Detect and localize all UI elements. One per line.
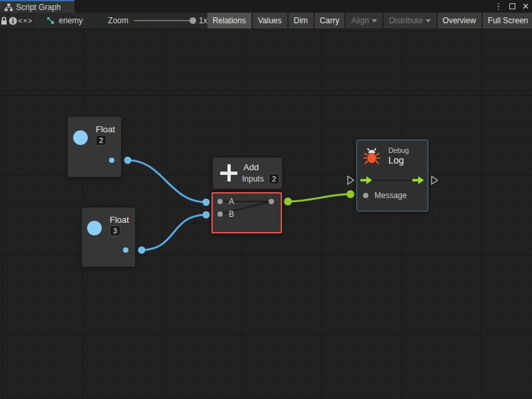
relation-line-b: [220, 201, 271, 215]
toggle-relations-label: Relations: [213, 16, 246, 25]
wire-endpoint[interactable]: [138, 247, 146, 254]
flow-input-arrow-icon[interactable]: [360, 176, 372, 185]
graph-hierarchy-icon: [5, 3, 13, 11]
wire-float2-to-addA[interactable]: [128, 160, 206, 202]
close-icon[interactable]: ✕: [522, 0, 529, 13]
toggle-relations[interactable]: Relations: [207, 13, 251, 29]
port-a-label: A: [229, 197, 234, 206]
bug-icon: [362, 148, 381, 164]
toolbar-toggles: Relations Values Dim Carry Align Distrib…: [207, 13, 532, 29]
float-type-icon: [87, 221, 102, 235]
float-output-port[interactable]: [123, 247, 128, 253]
full-screen-button[interactable]: Full Screen: [483, 13, 532, 29]
flow-output-arrow-icon[interactable]: [412, 176, 424, 185]
wire-endpoint[interactable]: [124, 157, 132, 164]
add-icon: [220, 164, 237, 182]
info-icon: [9, 17, 17, 25]
code-icon: <×>: [18, 17, 33, 25]
code-preview-button[interactable]: <×>: [18, 13, 33, 29]
align-label: Align: [351, 16, 369, 25]
zoom-value: 1x: [199, 16, 207, 25]
window-controls: ⋮ ✕: [494, 0, 529, 13]
chevron-down-icon: [426, 19, 431, 23]
graph-name: enemy: [59, 16, 82, 25]
wire-endpoint[interactable]: [346, 190, 354, 198]
maximize-icon[interactable]: [509, 3, 515, 9]
tab-script-graph[interactable]: Script Graph: [0, 0, 74, 13]
overview-button[interactable]: Overview: [438, 13, 481, 29]
graph-toolbar: <×> enemy Zoom 1x Relations Values Dim C…: [0, 13, 532, 29]
lock-button[interactable]: [0, 13, 9, 29]
float-value-field[interactable]: 2: [96, 135, 106, 146]
full-screen-label: Full Screen: [488, 16, 529, 25]
node-title: Log: [388, 155, 404, 166]
zoom-label: Zoom: [108, 16, 128, 25]
chevron-down-icon: [372, 19, 377, 23]
toggle-dim[interactable]: Dim: [289, 13, 313, 29]
wire-float3-to-addB[interactable]: [142, 215, 206, 250]
tab-title: Script Graph: [16, 3, 61, 12]
toggle-dim-label: Dim: [294, 16, 308, 25]
inputs-count-field[interactable]: 2: [269, 174, 279, 184]
wire-endpoint[interactable]: [203, 211, 210, 219]
toggle-values-label: Values: [258, 16, 282, 25]
float-value-field[interactable]: 3: [110, 225, 120, 236]
node-add-header[interactable]: Add Inputs 2: [213, 158, 282, 189]
node-title: Float: [96, 124, 115, 134]
node-debug-log[interactable]: Debug Log Message: [356, 140, 428, 211]
toggle-carry-label: Carry: [320, 16, 339, 25]
message-input-port[interactable]: [363, 193, 368, 198]
node-title: Float: [110, 215, 129, 225]
zoom-control: Zoom 1x: [108, 13, 207, 29]
graph-canvas[interactable]: Float 2 Float 3 Add Inputs 2 A B Debug: [0, 29, 532, 399]
graph-breadcrumb[interactable]: enemy: [47, 13, 82, 29]
zoom-slider[interactable]: [134, 20, 194, 21]
port-b-label: B: [229, 209, 234, 219]
node-float-top[interactable]: Float 2: [68, 117, 121, 177]
add-input-a-port[interactable]: [217, 199, 223, 204]
float-output-port[interactable]: [109, 158, 114, 163]
message-port-label: Message: [374, 191, 407, 200]
add-output-port[interactable]: [269, 199, 274, 204]
distribute-label: Distribute: [389, 16, 423, 25]
overview-label: Overview: [443, 16, 476, 25]
title-bar: Script Graph ⋮ ✕: [0, 0, 532, 13]
inspect-button[interactable]: [9, 13, 18, 29]
flow-relation-line: [370, 180, 414, 181]
add-input-b-port[interactable]: [217, 211, 223, 217]
align-dropdown[interactable]: Align: [346, 13, 382, 29]
lock-icon: [0, 17, 8, 25]
distribute-dropdown[interactable]: Distribute: [384, 13, 436, 29]
float-type-icon: [73, 130, 88, 145]
flow-input-triangle[interactable]: [348, 176, 354, 184]
flow-output-triangle[interactable]: [432, 176, 438, 184]
script-graph-asset-icon: [47, 17, 55, 25]
node-category: Debug: [388, 146, 409, 154]
wire-endpoint[interactable]: [203, 199, 210, 206]
toggle-carry[interactable]: Carry: [315, 13, 344, 29]
kebab-menu-icon[interactable]: ⋮: [494, 0, 503, 13]
node-title: Add: [243, 162, 259, 172]
toggle-values[interactable]: Values: [253, 13, 287, 29]
node-float-bottom[interactable]: Float 3: [82, 207, 135, 267]
wire-endpoint[interactable]: [284, 198, 292, 205]
wire-add-to-log[interactable]: [288, 194, 350, 201]
zoom-slider-handle[interactable]: [190, 17, 196, 24]
node-add-body-selected[interactable]: A B: [211, 192, 282, 233]
inputs-label: Inputs: [242, 174, 264, 184]
